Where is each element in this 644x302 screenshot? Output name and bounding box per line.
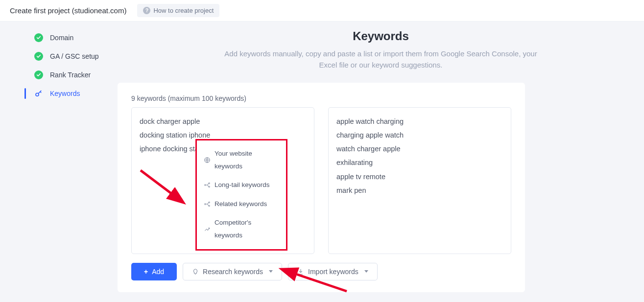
keywords-box-left[interactable]: dock charger apple docking station iphon… [131, 107, 314, 254]
keyword-item: exhilarating [336, 156, 503, 169]
dd-related-keywords[interactable]: Related keywords [200, 195, 283, 213]
svg-point-4 [209, 186, 210, 187]
dd-label: Competitor's keywords [215, 216, 279, 242]
step-domain[interactable]: Domain [0, 28, 118, 47]
svg-point-7 [209, 205, 210, 206]
svg-point-2 [205, 185, 206, 186]
add-button[interactable]: + Add [131, 263, 177, 280]
step-label: Rank Tracker [50, 71, 91, 79]
wizard-sidebar: Domain GA / GSC setup Rank Tracker Keywo… [0, 22, 118, 302]
research-keywords-button[interactable]: Research keywords [183, 263, 282, 280]
step-label: GA / GSC setup [50, 52, 99, 60]
svg-line-8 [141, 170, 182, 202]
dd-label: Long-tail keywords [215, 179, 270, 191]
keyword-item: watch charger apple [336, 142, 503, 156]
add-label: Add [152, 268, 164, 276]
dd-long-tail-keywords[interactable]: Long-tail keywords [200, 176, 283, 194]
svg-point-3 [209, 183, 210, 184]
download-icon [297, 268, 304, 275]
dd-label: Related keywords [215, 198, 267, 210]
keywords-card: 9 keywords (maximum 100 keywords) dock c… [118, 83, 525, 292]
howto-label: How to create project [153, 7, 214, 14]
check-icon [34, 33, 43, 42]
step-label: Keywords [50, 90, 80, 97]
chevron-down-icon [364, 270, 368, 273]
bulb-icon [192, 268, 199, 275]
keyword-counter: 9 keywords (maximum 100 keywords) [131, 94, 511, 102]
branch-icon [204, 182, 211, 188]
globe-icon [204, 157, 211, 163]
branch-icon [204, 201, 211, 208]
keywords-box-right[interactable]: apple watch charging charging apple watc… [328, 107, 511, 254]
competitor-icon [204, 226, 211, 232]
keyword-item: apple watch charging [336, 115, 503, 128]
key-icon [34, 89, 43, 98]
keyword-item: mark pen [336, 184, 503, 197]
research-label: Research keywords [203, 268, 263, 276]
dd-your-website-keywords[interactable]: Your website keywords [200, 144, 283, 176]
keyword-item: apple tv remote [336, 170, 503, 184]
keyword-item: dock charger apple [140, 115, 306, 128]
annotation-arrow-icon [136, 166, 194, 210]
keyword-item: charging apple watch [336, 128, 503, 142]
plus-icon: + [144, 268, 148, 276]
step-keywords[interactable]: Keywords [0, 84, 118, 103]
section-subtitle: Add keywords manually, copy and paste a … [224, 48, 538, 71]
check-icon [34, 52, 43, 61]
svg-point-6 [209, 202, 210, 203]
page-title: Create first project (studioneat.com) [10, 6, 126, 15]
check-icon [34, 70, 43, 79]
topbar: Create first project (studioneat.com) ? … [0, 0, 644, 22]
help-icon: ? [143, 7, 150, 14]
howto-button[interactable]: ? How to create project [137, 4, 219, 17]
section-heading: Keywords [118, 29, 644, 43]
step-label: Domain [50, 34, 73, 42]
import-keywords-button[interactable]: Import keywords [288, 263, 378, 280]
svg-point-0 [36, 93, 39, 96]
dd-competitors-keywords[interactable]: Competitor's keywords [200, 213, 283, 245]
research-dropdown: Your website keywords Long-tail keywords… [195, 139, 287, 251]
dd-label: Your website keywords [215, 147, 279, 173]
step-rank-tracker[interactable]: Rank Tracker [0, 66, 118, 84]
chevron-down-icon [269, 270, 273, 273]
step-ga-gsc[interactable]: GA / GSC setup [0, 47, 118, 66]
svg-point-5 [205, 204, 206, 205]
import-label: Import keywords [308, 268, 358, 276]
